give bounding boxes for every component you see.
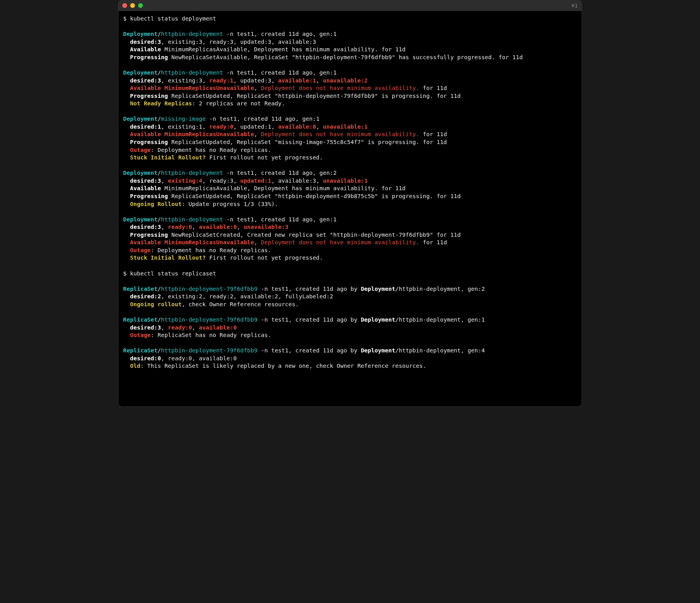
terminal-line: ReplicaSet/httpbin-deployment-79f6dfbb9 … [123, 347, 577, 355]
terminal-text: : ReplicaSet has no Ready replicas. [151, 332, 271, 338]
terminal-text: $ [123, 15, 130, 22]
terminal-text: updated:1 [240, 178, 271, 184]
terminal-line [123, 23, 577, 31]
terminal-line [123, 61, 577, 69]
terminal-text: httpbin-deployment-79f6dfbb9 [161, 316, 257, 323]
terminal-text: -n test1, created 11d ago, gen:2 [223, 170, 337, 176]
terminal-text: -n test1, created 11d ago, gen:1 [223, 31, 337, 37]
terminal-text: Available [123, 46, 165, 52]
terminal-line: Progressing ReplicaSetUpdated, ReplicaSe… [123, 92, 577, 100]
terminal-text: Progressing [123, 54, 171, 60]
terminal-text: desired:3 [123, 178, 161, 184]
maximize-icon[interactable] [138, 3, 143, 8]
terminal-text: Outage [123, 332, 151, 338]
terminal-line: Ongoing rollout, check Owner Reference r… [123, 301, 577, 309]
terminal-text: , existing:1, [161, 124, 209, 130]
terminal-text: Progressing [123, 139, 171, 145]
terminal-text: for 11d [419, 239, 447, 245]
terminal-line: Progressing ReplicaSetUpdated, ReplicaSe… [123, 193, 577, 200]
terminal-text: / [157, 170, 161, 176]
terminal-text: desired:3 [123, 39, 161, 45]
terminal-text: Stuck Initial Rollout? [123, 154, 206, 161]
terminal-text: Ongoing Rollout [123, 201, 182, 207]
terminal-text: available:1 [278, 77, 316, 84]
terminal-text: ready:0 [168, 224, 192, 230]
terminal-line: Available MinimumReplicasUnavailable, De… [123, 239, 577, 247]
terminal-text: MinimumReplicasAvailable, Deployment has… [165, 46, 406, 52]
terminal-line: desired:0, ready:0, available:0 [123, 355, 577, 363]
terminal-text: ReplicaSetUpdated, ReplicaSet "httpbin-d… [171, 93, 460, 99]
terminal-line: Outage: Deployment has no Ready replicas… [123, 247, 577, 255]
terminal-line: desired:3, ready:0, available:0 [123, 324, 577, 332]
terminal-text: ready:0 [209, 124, 233, 130]
terminal-text: : Deployment has no Ready replicas. [151, 147, 271, 153]
terminal-text: , [161, 324, 168, 331]
terminal-text: , existing:3, ready:3, updated:3, availa… [161, 39, 316, 45]
terminal-text: Deployment [361, 316, 395, 323]
terminal-text: ReplicaSetUpdated, ReplicaSet "missing-i… [171, 139, 447, 145]
terminal-text: : This ReplicaSet is likely replaced by … [140, 363, 427, 369]
terminal-line: desired:3, existing:3, ready:1, updated:… [123, 77, 577, 85]
terminal-text: httpbin-deployment [161, 216, 223, 223]
terminal-line: desired:3, ready:0, available:0, unavail… [123, 223, 577, 231]
terminal-line: Ongoing Rollout: Update progress 1/3 (33… [123, 200, 577, 208]
terminal-line: desired:2, existing:2, ready:2, availabl… [123, 293, 577, 301]
terminal-line [123, 339, 577, 347]
terminal-window: ⌘1 $ kubectl status deployment Deploymen… [118, 0, 582, 406]
terminal-line [123, 108, 577, 116]
terminal-line: desired:3, existing:4, ready:3, updated:… [123, 177, 577, 185]
terminal-text: : 2 replicas are not Ready. [192, 100, 285, 107]
terminal-line: Available MinimumReplicasAvailable, Depl… [123, 46, 577, 54]
terminal-text: MinimumReplicasUnavailable [165, 131, 254, 137]
terminal-line: desired:1, existing:1, ready:0, updated:… [123, 123, 577, 131]
terminal-text: Progressing [123, 93, 171, 99]
terminal-text: -n test1, created 11d ago by [257, 347, 361, 354]
terminal-text: Deployment [123, 31, 157, 37]
terminal-text: , [254, 131, 261, 137]
terminal-line: Progressing NewReplicaSetCreated, Create… [123, 231, 577, 239]
terminal-text: NewReplicaSetCreated, Created new replic… [171, 232, 460, 238]
terminal-line [123, 308, 577, 316]
terminal-text: , [254, 85, 261, 91]
terminal-text: ReplicaSetUpdated, ReplicaSet "httpbin-d… [171, 193, 460, 199]
terminal-text: $ [123, 270, 130, 277]
terminal-text: kubectl status replicaset [130, 270, 216, 277]
terminal-text: ReplicaSet [123, 347, 157, 354]
terminal-text: , ready:0, available:0 [161, 355, 237, 361]
terminal-text: Old [123, 363, 140, 369]
terminal-text: Available [123, 185, 165, 191]
terminal-text: httpbin-deployment [161, 31, 223, 37]
minimize-icon[interactable] [130, 3, 135, 8]
terminal-text: desired:3 [123, 324, 161, 331]
terminal-text: Outage [123, 147, 151, 153]
terminal-text: httpbin-deployment [161, 69, 223, 76]
terminal-text: /httpbin-deployment, gen:4 [395, 347, 485, 354]
terminal-line: Deployment/httpbin-deployment -n test1, … [123, 30, 577, 38]
terminal-text: ReplicaSet [123, 316, 157, 323]
terminal-text: -n test1, created 11d ago, gen:1 [223, 69, 337, 76]
terminal-output[interactable]: $ kubectl status deployment Deployment/h… [118, 11, 582, 406]
terminal-line: Not Ready Replicas: 2 replicas are not R… [123, 100, 577, 108]
terminal-text: First rollout not yet progressed. [206, 255, 323, 261]
terminal-text: , available:3, [271, 178, 323, 184]
terminal-line [123, 262, 577, 270]
terminal-text: , [254, 239, 261, 245]
terminal-text: / [157, 286, 161, 292]
terminal-text: , existing:2, ready:2, available:2, full… [161, 293, 333, 300]
terminal-text: Available [123, 131, 165, 137]
terminal-text: , updated:3, [233, 77, 278, 84]
terminal-line: desired:3, existing:3, ready:3, updated:… [123, 38, 577, 46]
terminal-text: ready:1 [209, 77, 233, 84]
terminal-text: Deployment [123, 216, 157, 223]
close-icon[interactable] [122, 3, 127, 8]
terminal-text: desired:3 [123, 224, 161, 230]
terminal-text: MinimumReplicasUnavailable [165, 239, 254, 245]
terminal-text: Deployment [361, 286, 395, 292]
terminal-line: $ kubectl status replicaset [123, 270, 577, 278]
terminal-text: missing-image [161, 116, 206, 122]
terminal-text: -n test1, created 11d ago, gen:1 [206, 116, 320, 122]
terminal-text: / [157, 69, 161, 76]
terminal-line: ReplicaSet/httpbin-deployment-79f6dfbb9 … [123, 285, 577, 293]
terminal-text: Deployment [123, 69, 157, 76]
terminal-text: unavailable:1 [323, 178, 368, 184]
